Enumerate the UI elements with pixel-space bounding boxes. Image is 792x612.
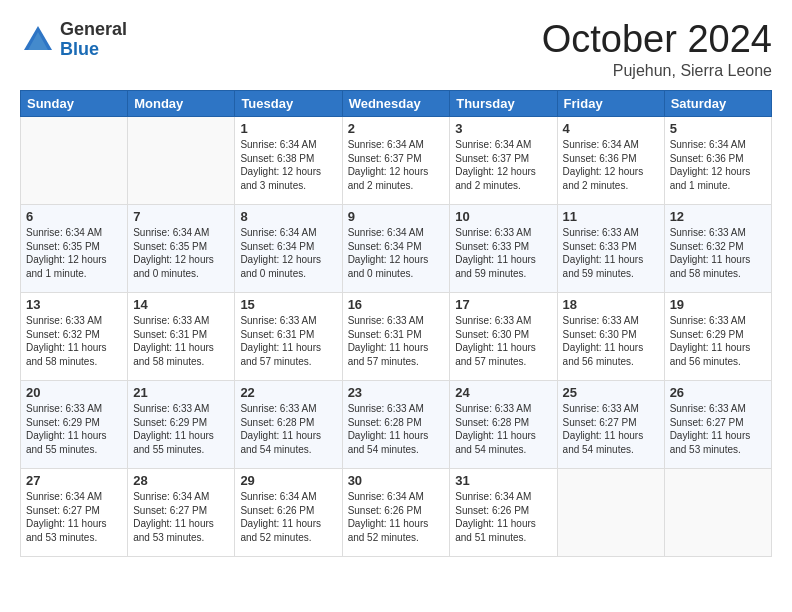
logo-text: General Blue — [60, 20, 127, 60]
day-number: 15 — [240, 297, 336, 312]
day-info: Sunrise: 6:34 AM Sunset: 6:26 PM Dayligh… — [455, 490, 551, 544]
day-info: Sunrise: 6:33 AM Sunset: 6:30 PM Dayligh… — [455, 314, 551, 368]
day-number: 30 — [348, 473, 445, 488]
table-row: 28Sunrise: 6:34 AM Sunset: 6:27 PM Dayli… — [128, 469, 235, 557]
day-info: Sunrise: 6:34 AM Sunset: 6:35 PM Dayligh… — [133, 226, 229, 280]
table-row: 30Sunrise: 6:34 AM Sunset: 6:26 PM Dayli… — [342, 469, 450, 557]
day-info: Sunrise: 6:34 AM Sunset: 6:34 PM Dayligh… — [348, 226, 445, 280]
table-row: 24Sunrise: 6:33 AM Sunset: 6:28 PM Dayli… — [450, 381, 557, 469]
day-info: Sunrise: 6:33 AM Sunset: 6:31 PM Dayligh… — [133, 314, 229, 368]
day-number: 10 — [455, 209, 551, 224]
day-info: Sunrise: 6:34 AM Sunset: 6:34 PM Dayligh… — [240, 226, 336, 280]
table-row: 16Sunrise: 6:33 AM Sunset: 6:31 PM Dayli… — [342, 293, 450, 381]
day-info: Sunrise: 6:33 AM Sunset: 6:29 PM Dayligh… — [670, 314, 766, 368]
table-row: 18Sunrise: 6:33 AM Sunset: 6:30 PM Dayli… — [557, 293, 664, 381]
table-row: 2Sunrise: 6:34 AM Sunset: 6:37 PM Daylig… — [342, 117, 450, 205]
header-sunday: Sunday — [21, 91, 128, 117]
location-subtitle: Pujehun, Sierra Leone — [542, 62, 772, 80]
table-row: 7Sunrise: 6:34 AM Sunset: 6:35 PM Daylig… — [128, 205, 235, 293]
day-info: Sunrise: 6:33 AM Sunset: 6:29 PM Dayligh… — [26, 402, 122, 456]
day-number: 13 — [26, 297, 122, 312]
day-info: Sunrise: 6:33 AM Sunset: 6:30 PM Dayligh… — [563, 314, 659, 368]
table-row: 6Sunrise: 6:34 AM Sunset: 6:35 PM Daylig… — [21, 205, 128, 293]
day-number: 16 — [348, 297, 445, 312]
day-info: Sunrise: 6:33 AM Sunset: 6:33 PM Dayligh… — [455, 226, 551, 280]
logo-blue-text: Blue — [60, 40, 127, 60]
header-tuesday: Tuesday — [235, 91, 342, 117]
day-info: Sunrise: 6:34 AM Sunset: 6:35 PM Dayligh… — [26, 226, 122, 280]
day-info: Sunrise: 6:34 AM Sunset: 6:36 PM Dayligh… — [670, 138, 766, 192]
table-row: 5Sunrise: 6:34 AM Sunset: 6:36 PM Daylig… — [664, 117, 771, 205]
day-number: 11 — [563, 209, 659, 224]
header-friday: Friday — [557, 91, 664, 117]
day-number: 25 — [563, 385, 659, 400]
table-row: 27Sunrise: 6:34 AM Sunset: 6:27 PM Dayli… — [21, 469, 128, 557]
calendar-week-5: 27Sunrise: 6:34 AM Sunset: 6:27 PM Dayli… — [21, 469, 772, 557]
table-row: 21Sunrise: 6:33 AM Sunset: 6:29 PM Dayli… — [128, 381, 235, 469]
table-row — [128, 117, 235, 205]
day-info: Sunrise: 6:34 AM Sunset: 6:26 PM Dayligh… — [240, 490, 336, 544]
month-title: October 2024 — [542, 20, 772, 58]
calendar-header-row: Sunday Monday Tuesday Wednesday Thursday… — [21, 91, 772, 117]
table-row: 25Sunrise: 6:33 AM Sunset: 6:27 PM Dayli… — [557, 381, 664, 469]
table-row: 10Sunrise: 6:33 AM Sunset: 6:33 PM Dayli… — [450, 205, 557, 293]
table-row — [557, 469, 664, 557]
day-number: 3 — [455, 121, 551, 136]
day-number: 21 — [133, 385, 229, 400]
calendar-week-4: 20Sunrise: 6:33 AM Sunset: 6:29 PM Dayli… — [21, 381, 772, 469]
table-row — [21, 117, 128, 205]
day-info: Sunrise: 6:33 AM Sunset: 6:27 PM Dayligh… — [563, 402, 659, 456]
table-row: 20Sunrise: 6:33 AM Sunset: 6:29 PM Dayli… — [21, 381, 128, 469]
table-row: 19Sunrise: 6:33 AM Sunset: 6:29 PM Dayli… — [664, 293, 771, 381]
day-number: 7 — [133, 209, 229, 224]
day-number: 23 — [348, 385, 445, 400]
day-number: 1 — [240, 121, 336, 136]
day-number: 14 — [133, 297, 229, 312]
day-info: Sunrise: 6:34 AM Sunset: 6:27 PM Dayligh… — [133, 490, 229, 544]
logo: General Blue — [20, 20, 127, 60]
table-row: 11Sunrise: 6:33 AM Sunset: 6:33 PM Dayli… — [557, 205, 664, 293]
calendar-week-1: 1Sunrise: 6:34 AM Sunset: 6:38 PM Daylig… — [21, 117, 772, 205]
day-number: 24 — [455, 385, 551, 400]
table-row: 4Sunrise: 6:34 AM Sunset: 6:36 PM Daylig… — [557, 117, 664, 205]
day-info: Sunrise: 6:33 AM Sunset: 6:28 PM Dayligh… — [240, 402, 336, 456]
day-number: 29 — [240, 473, 336, 488]
calendar-table: Sunday Monday Tuesday Wednesday Thursday… — [20, 90, 772, 557]
day-number: 27 — [26, 473, 122, 488]
page: General Blue October 2024 Pujehun, Sierr… — [0, 0, 792, 612]
day-number: 22 — [240, 385, 336, 400]
table-row: 26Sunrise: 6:33 AM Sunset: 6:27 PM Dayli… — [664, 381, 771, 469]
day-info: Sunrise: 6:33 AM Sunset: 6:28 PM Dayligh… — [348, 402, 445, 456]
table-row: 9Sunrise: 6:34 AM Sunset: 6:34 PM Daylig… — [342, 205, 450, 293]
title-block: October 2024 Pujehun, Sierra Leone — [542, 20, 772, 80]
logo-icon — [20, 22, 56, 58]
table-row: 8Sunrise: 6:34 AM Sunset: 6:34 PM Daylig… — [235, 205, 342, 293]
calendar-week-3: 13Sunrise: 6:33 AM Sunset: 6:32 PM Dayli… — [21, 293, 772, 381]
day-number: 28 — [133, 473, 229, 488]
table-row: 17Sunrise: 6:33 AM Sunset: 6:30 PM Dayli… — [450, 293, 557, 381]
day-info: Sunrise: 6:34 AM Sunset: 6:37 PM Dayligh… — [455, 138, 551, 192]
day-number: 18 — [563, 297, 659, 312]
day-info: Sunrise: 6:33 AM Sunset: 6:31 PM Dayligh… — [348, 314, 445, 368]
table-row: 3Sunrise: 6:34 AM Sunset: 6:37 PM Daylig… — [450, 117, 557, 205]
table-row: 12Sunrise: 6:33 AM Sunset: 6:32 PM Dayli… — [664, 205, 771, 293]
day-number: 8 — [240, 209, 336, 224]
day-info: Sunrise: 6:34 AM Sunset: 6:37 PM Dayligh… — [348, 138, 445, 192]
day-info: Sunrise: 6:33 AM Sunset: 6:31 PM Dayligh… — [240, 314, 336, 368]
header-monday: Monday — [128, 91, 235, 117]
day-info: Sunrise: 6:33 AM Sunset: 6:32 PM Dayligh… — [26, 314, 122, 368]
day-info: Sunrise: 6:33 AM Sunset: 6:28 PM Dayligh… — [455, 402, 551, 456]
table-row: 29Sunrise: 6:34 AM Sunset: 6:26 PM Dayli… — [235, 469, 342, 557]
day-number: 26 — [670, 385, 766, 400]
header-wednesday: Wednesday — [342, 91, 450, 117]
table-row: 1Sunrise: 6:34 AM Sunset: 6:38 PM Daylig… — [235, 117, 342, 205]
logo-general-text: General — [60, 20, 127, 40]
day-number: 5 — [670, 121, 766, 136]
day-info: Sunrise: 6:33 AM Sunset: 6:27 PM Dayligh… — [670, 402, 766, 456]
table-row: 13Sunrise: 6:33 AM Sunset: 6:32 PM Dayli… — [21, 293, 128, 381]
day-info: Sunrise: 6:33 AM Sunset: 6:33 PM Dayligh… — [563, 226, 659, 280]
day-info: Sunrise: 6:33 AM Sunset: 6:29 PM Dayligh… — [133, 402, 229, 456]
day-info: Sunrise: 6:33 AM Sunset: 6:32 PM Dayligh… — [670, 226, 766, 280]
table-row: 31Sunrise: 6:34 AM Sunset: 6:26 PM Dayli… — [450, 469, 557, 557]
day-number: 12 — [670, 209, 766, 224]
